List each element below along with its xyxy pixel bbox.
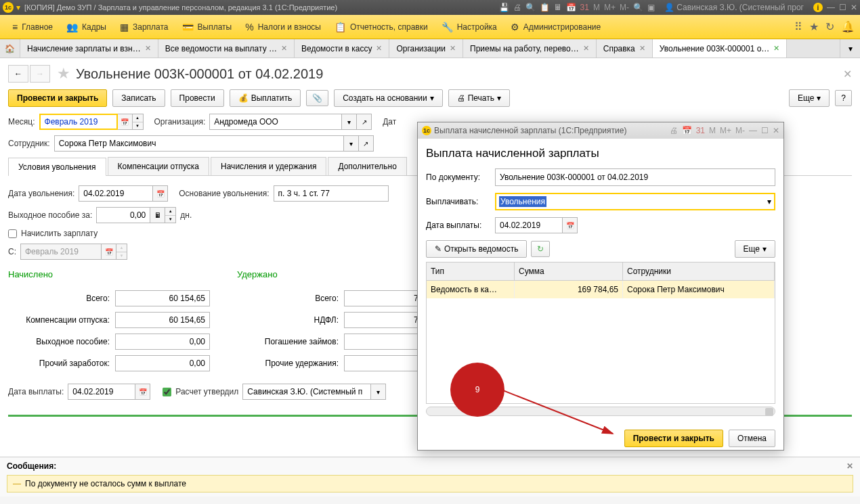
compare-icon[interactable]: 📋	[540, 3, 550, 12]
tab-1[interactable]: Все ведомости на выплату …✕	[158, 39, 295, 58]
tab-menu-icon[interactable]: ▾	[840, 39, 860, 58]
menu-reports[interactable]: 📋Отчетность, справки	[328, 19, 435, 35]
tab-2[interactable]: Ведомости в кассу✕	[295, 39, 389, 58]
create-based-button[interactable]: Создать на основании ▾	[334, 89, 443, 107]
close-icon[interactable]: ✕	[851, 3, 857, 12]
accrue-checkbox[interactable]	[8, 229, 17, 238]
table-row[interactable]: Ведомость в ка… 169 784,65 Сорока Петр М…	[427, 281, 775, 298]
tab-4[interactable]: Приемы на работу, перево…✕	[463, 39, 597, 58]
calendar-icon[interactable]: 📅	[118, 114, 133, 130]
compensation-value[interactable]	[115, 312, 210, 328]
severance-value[interactable]	[115, 334, 210, 350]
dlg-post-close-button[interactable]: Провести и закрыть	[624, 430, 723, 447]
preview-icon[interactable]: 🔍	[525, 3, 536, 12]
tab-close-icon[interactable]: ✕	[376, 44, 382, 53]
th-sum[interactable]: Сумма	[515, 262, 623, 280]
th-type[interactable]: Тип	[427, 262, 515, 280]
subtab-accruals[interactable]: Начисления и удержания	[211, 157, 326, 175]
tab-close-icon[interactable]: ✕	[145, 44, 151, 53]
tab-close-icon[interactable]: ✕	[583, 44, 589, 53]
tab-close-icon[interactable]: ✕	[281, 44, 287, 53]
dropdown-icon[interactable]: ▾	[342, 114, 357, 130]
memory-mminus[interactable]: M-	[620, 3, 629, 12]
calendar2-icon[interactable]: 31	[696, 126, 705, 135]
menu-hr[interactable]: 👥Кадры	[60, 19, 113, 35]
calendar-icon[interactable]: 📅	[566, 3, 576, 12]
dropdown-icon[interactable]: ▾	[371, 384, 386, 400]
close-icon[interactable]: ✕	[773, 126, 779, 135]
tab-close-icon[interactable]: ✕	[773, 44, 779, 53]
post-button[interactable]: Провести	[171, 89, 224, 107]
org-input[interactable]	[209, 114, 342, 130]
print-button[interactable]: 🖨 Печать ▾	[448, 89, 510, 107]
dropdown-icon[interactable]: ▾	[344, 135, 359, 152]
menu-admin[interactable]: ⚙Администрирование	[504, 19, 607, 35]
print-icon[interactable]: 🖨	[513, 3, 521, 12]
doc-input[interactable]	[495, 168, 775, 186]
message-item[interactable]: —По документу не осталось сумм к выплате	[7, 475, 853, 492]
dropdown-icon[interactable]: ▾	[16, 3, 20, 12]
home-tab[interactable]: 🏠	[0, 39, 20, 58]
other-income-value[interactable]	[115, 355, 210, 371]
info-icon[interactable]: i	[813, 3, 823, 12]
tab-5[interactable]: Справка✕	[597, 39, 653, 58]
doc-close-icon[interactable]: ✕	[843, 68, 852, 81]
dlg-more-button[interactable]: Еще ▾	[735, 240, 775, 258]
memory-mminus[interactable]: M-	[735, 126, 745, 135]
menu-salary[interactable]: ▦Зарплата	[113, 19, 175, 35]
calc-icon[interactable]: 🖩	[150, 207, 165, 223]
post-and-close-button[interactable]: Провести и закрыть	[8, 89, 107, 107]
history-icon[interactable]: ↻	[825, 20, 834, 33]
menu-settings[interactable]: 🔧Настройка	[435, 19, 504, 35]
window-icon[interactable]: ▣	[647, 3, 655, 12]
th-employee[interactable]: Сотрудники	[623, 262, 775, 280]
tab-close-icon[interactable]: ✕	[639, 44, 645, 53]
total-accrued[interactable]	[115, 290, 210, 306]
zoom-in-icon[interactable]: 🔍	[633, 3, 643, 12]
calendar-icon[interactable]: 📅	[682, 126, 692, 135]
pay-button[interactable]: 💰Выплатить	[230, 89, 301, 107]
calendar-icon[interactable]: 📅	[563, 217, 578, 233]
minimize-icon[interactable]: —	[749, 126, 757, 135]
calendar2-icon[interactable]: 31	[580, 3, 589, 12]
approved-by-input[interactable]	[242, 384, 371, 400]
attach-button[interactable]: 📎	[306, 90, 328, 106]
more-button[interactable]: Еще ▾	[789, 89, 830, 107]
messages-close-icon[interactable]: ✕	[846, 461, 853, 471]
save-icon[interactable]: 💾	[499, 3, 509, 12]
employee-input[interactable]	[54, 135, 344, 152]
dropdown-icon[interactable]: ▾	[767, 197, 771, 206]
bell-icon[interactable]: 🔔	[841, 20, 855, 33]
month-spinner[interactable]: ▲▼	[133, 114, 144, 130]
menu-taxes[interactable]: %Налоги и взносы	[238, 19, 328, 35]
memory-mplus[interactable]: M+	[604, 3, 616, 12]
open-icon[interactable]: ↗	[357, 114, 372, 130]
subtab-compensation[interactable]: Компенсации отпуска	[108, 157, 209, 175]
calendar-icon[interactable]: 📅	[135, 384, 150, 400]
memory-m[interactable]: M	[709, 126, 716, 135]
dlg-cancel-button[interactable]: Отмена	[729, 430, 775, 447]
severance-input[interactable]	[96, 207, 150, 223]
menu-main[interactable]: ≡Главное	[5, 19, 60, 35]
payvia-select[interactable]: Увольнения ▾	[495, 193, 775, 210]
favorite-icon[interactable]: ★	[57, 65, 70, 83]
tab-3[interactable]: Организации✕	[389, 39, 463, 58]
help-button[interactable]: ?	[835, 90, 852, 106]
dismiss-date-input[interactable]	[79, 185, 153, 202]
subtab-extra[interactable]: Дополнительно	[328, 157, 406, 175]
approved-checkbox[interactable]	[163, 388, 171, 396]
refresh-button[interactable]: ↻	[531, 241, 550, 257]
severance-spinner[interactable]: ▲▼	[165, 207, 176, 223]
save-button[interactable]: Записать	[112, 89, 165, 107]
maximize-icon[interactable]: ☐	[761, 126, 769, 135]
tab-close-icon[interactable]: ✕	[450, 44, 456, 53]
memory-mplus[interactable]: M+	[720, 126, 731, 135]
open-statement-button[interactable]: ✎ Открыть ведомость	[426, 240, 527, 258]
subtab-conditions[interactable]: Условия увольнения	[8, 158, 106, 176]
forward-button[interactable]: →	[30, 65, 50, 83]
calendar-icon[interactable]: 📅	[153, 185, 168, 202]
menu-payments[interactable]: 💳Выплаты	[175, 19, 239, 35]
month-input[interactable]	[39, 114, 118, 130]
user-label[interactable]: 👤 Савинская З.Ю. (Системный прог	[664, 3, 804, 12]
tab-0[interactable]: Начисление зарплаты и взн…✕	[20, 39, 158, 58]
